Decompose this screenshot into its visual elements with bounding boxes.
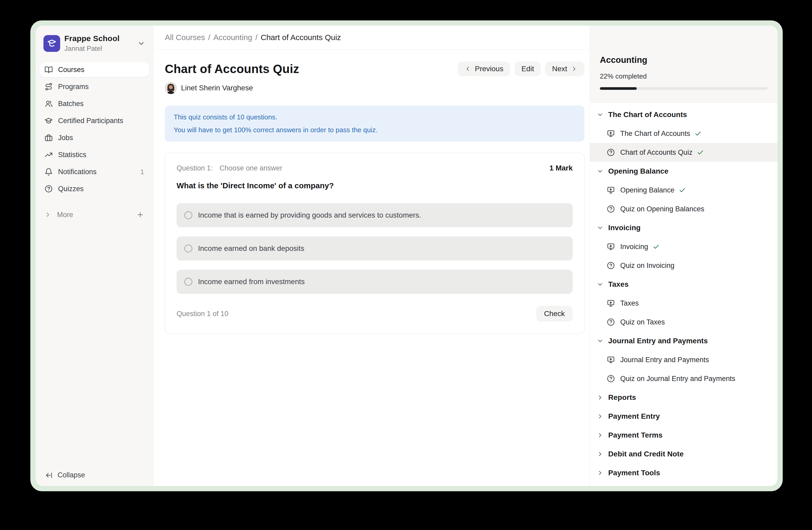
question-progress: Question 1 of 10 — [177, 310, 228, 318]
bell-icon — [44, 168, 53, 176]
outline-item-quiz-on-opening-balances[interactable]: Quiz on Opening Balances — [590, 199, 778, 219]
workspace-name: Frappe School — [64, 34, 119, 43]
next-label: Next — [552, 65, 567, 73]
title-actions: Previous Edit Next — [458, 61, 584, 76]
check-icon — [694, 130, 701, 137]
course-progress-fill — [600, 87, 637, 90]
instructor-name: Linet Sherin Varghese — [181, 84, 253, 92]
edit-button[interactable]: Edit — [514, 61, 541, 76]
collapse-label: Collapse — [58, 471, 85, 479]
collapse-sidebar-button[interactable]: Collapse — [45, 471, 85, 479]
question-header: Question 1: Choose one answer 1 Mark — [177, 164, 572, 172]
sidebar-item-notifications[interactable]: Notifications 1 — [39, 164, 149, 179]
app-window-frame: Frappe School Jannat Patel Courses Progr… — [30, 20, 783, 491]
sidebar-more[interactable]: More — [39, 207, 149, 222]
sidebar-item-programs[interactable]: Programs — [39, 79, 149, 94]
lesson-icon — [607, 355, 615, 364]
page-title: Chart of Accounts Quiz — [165, 62, 299, 76]
chevron-down-icon — [597, 337, 604, 344]
help-circle-icon — [44, 185, 53, 193]
check-button[interactable]: Check — [536, 306, 572, 322]
outline-section-payment-entry[interactable]: Payment Entry — [590, 407, 778, 426]
chevron-down-icon — [137, 40, 145, 47]
sidebar-item-certified-participants[interactable]: Certified Participants — [39, 113, 149, 128]
outline-section-reports[interactable]: Reports — [590, 388, 778, 407]
question-text: What is the 'Direct Income' of a company… — [177, 181, 572, 190]
radio-button[interactable] — [185, 278, 192, 286]
outline-section-taxes[interactable]: Taxes — [590, 275, 778, 294]
check-icon — [679, 186, 686, 194]
quiz-page: Chart of Accounts Quiz Previous Edit — [153, 50, 590, 334]
previous-button[interactable]: Previous — [458, 61, 510, 76]
outline-item-quiz-on-journal-entry-and-payments[interactable]: Quiz on Journal Entry and Payments — [590, 369, 778, 388]
outline-item-taxes[interactable]: Taxes — [590, 294, 778, 313]
outline-item-the-chart-of-accounts[interactable]: The Chart of Accounts — [590, 124, 778, 143]
outline-item-invoicing[interactable]: Invoicing — [590, 237, 778, 256]
answer-option-2[interactable]: Income earned on bank deposits — [177, 236, 572, 261]
answer-option-1[interactable]: Income that is earned by providing goods… — [177, 203, 572, 227]
chevron-down-icon — [597, 224, 604, 231]
notification-count-badge: 1 — [141, 168, 144, 176]
sidebar-item-statistics[interactable]: Statistics — [39, 147, 149, 162]
answer-options: Income that is earned by providing goods… — [177, 203, 572, 294]
left-sidebar: Frappe School Jannat Patel Courses Progr… — [35, 26, 153, 486]
outline-section-opening-balance[interactable]: Opening Balance — [590, 162, 778, 181]
answer-option-3[interactable]: Income earned from investments — [177, 270, 572, 294]
question-footer: Question 1 of 10 Check — [177, 306, 572, 322]
plus-icon[interactable] — [136, 211, 144, 219]
course-outline-sidebar: Accounting 22% completed The Chart of Ac… — [590, 26, 778, 486]
sidebar-item-quizzes[interactable]: Quizzes — [39, 181, 149, 196]
outline-item-chart-of-accounts-quiz[interactable]: Chart of Accounts Quiz — [590, 143, 778, 162]
more-label: More — [57, 211, 73, 219]
chevron-right-icon — [597, 451, 604, 458]
next-button[interactable]: Next — [545, 61, 584, 76]
breadcrumb-bar: All Courses / Accounting / Chart of Acco… — [153, 26, 590, 50]
sidebar-item-jobs[interactable]: Jobs — [39, 130, 149, 145]
quiz-icon — [607, 318, 615, 326]
chevron-right-icon — [597, 470, 604, 476]
radio-button[interactable] — [185, 211, 192, 219]
arrow-left-from-line-icon — [45, 471, 53, 479]
lesson-icon — [607, 129, 615, 138]
sidebar-item-courses[interactable]: Courses — [39, 62, 149, 77]
book-open-icon — [44, 66, 53, 74]
check-icon — [652, 243, 660, 250]
outline-section-payment-terms[interactable]: Payment Terms — [590, 426, 778, 445]
workspace-text: Frappe School Jannat Patel — [64, 34, 119, 53]
question-type-hint: Choose one answer — [219, 164, 282, 172]
check-icon — [697, 149, 704, 156]
graduation-cap-icon — [44, 116, 53, 125]
radio-button[interactable] — [185, 245, 192, 252]
edit-label: Edit — [521, 65, 534, 73]
app-window: Frappe School Jannat Patel Courses Progr… — [35, 26, 778, 486]
sidebar-item-batches[interactable]: Batches — [39, 96, 149, 111]
breadcrumb-accounting[interactable]: Accounting — [214, 33, 252, 42]
chevron-left-icon — [464, 66, 471, 72]
outline-section-invoicing[interactable]: Invoicing — [590, 219, 778, 237]
outline-item-journal-entry-and-payments[interactable]: Journal Entry and Payments — [590, 350, 778, 369]
outline-item-opening-balance[interactable]: Opening Balance — [590, 181, 778, 199]
quiz-icon — [607, 205, 615, 213]
question-marks: 1 Mark — [549, 164, 572, 172]
breadcrumb-separator: / — [208, 33, 210, 42]
outline-section-debit-and-credit-note[interactable]: Debit and Credit Note — [590, 445, 778, 463]
workspace-user: Jannat Patel — [64, 44, 119, 53]
quiz-info-banner: This quiz consists of 10 questions. You … — [165, 106, 584, 142]
outline-section-journal-entry-and-payments[interactable]: Journal Entry and Payments — [590, 332, 778, 350]
banner-line: You will have to get 100% correct answer… — [174, 124, 576, 137]
chevron-down-icon — [597, 111, 604, 118]
outline-item-quiz-on-invoicing[interactable]: Quiz on Invoicing — [590, 256, 778, 275]
workspace-switcher[interactable]: Frappe School Jannat Patel — [39, 34, 149, 53]
title-row: Chart of Accounts Quiz Previous Edit — [165, 61, 584, 76]
outline-item-quiz-on-taxes[interactable]: Quiz on Taxes — [590, 313, 778, 332]
frappe-school-logo-icon — [43, 35, 60, 52]
sidebar-nav: Courses Programs Batches Certified Parti… — [39, 62, 149, 196]
outline-section-payment-tools[interactable]: Payment Tools — [590, 463, 778, 482]
banner-line: This quiz consists of 10 questions. — [174, 111, 576, 124]
breadcrumb-all-courses[interactable]: All Courses — [165, 33, 205, 42]
outline-section-the-chart-of-accounts[interactable]: The Chart of Accounts — [590, 105, 778, 124]
breadcrumb-separator: / — [255, 33, 257, 42]
chevron-right-icon — [597, 413, 604, 420]
trending-up-icon — [44, 151, 53, 159]
lesson-icon — [607, 299, 615, 307]
